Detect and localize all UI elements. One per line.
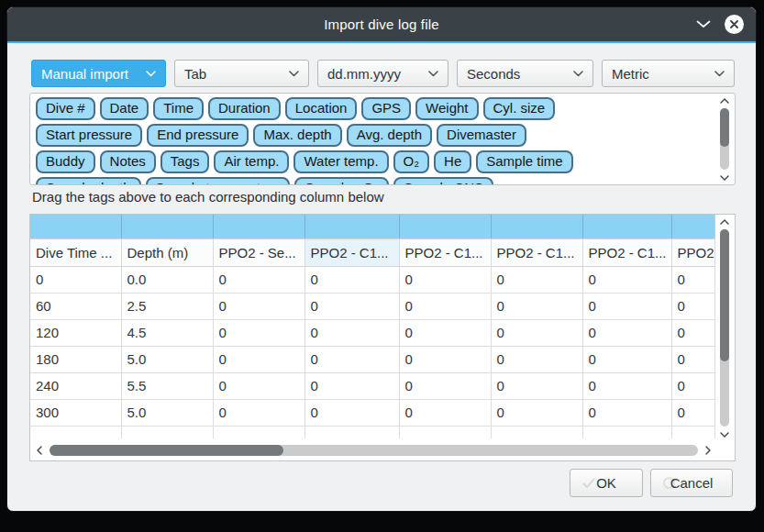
cell[interactable]: 0: [582, 293, 671, 319]
drop-cell[interactable]: [121, 215, 213, 238]
tag-pill[interactable]: Location: [285, 97, 358, 120]
column-header[interactable]: PPO2 - Se...: [213, 238, 304, 266]
cell[interactable]: 0: [304, 293, 399, 319]
cell[interactable]: 0: [491, 399, 582, 426]
table-vertical-scrollbar[interactable]: [717, 217, 732, 438]
cell[interactable]: 0: [582, 372, 671, 399]
shade-window-icon[interactable]: [696, 20, 711, 28]
close-icon[interactable]: [725, 15, 744, 34]
cell[interactable]: 0: [491, 372, 582, 399]
units-select[interactable]: Metric: [602, 60, 735, 87]
scroll-right-icon[interactable]: [703, 446, 714, 455]
cell[interactable]: 0: [582, 319, 671, 346]
cell[interactable]: 5.0: [121, 346, 213, 372]
time-format-select[interactable]: Seconds: [457, 60, 593, 87]
scrollbar-thumb[interactable]: [720, 229, 729, 361]
cell[interactable]: 0: [213, 293, 304, 319]
cell[interactable]: 180: [30, 346, 121, 372]
drop-cell[interactable]: [582, 215, 671, 238]
cell[interactable]: 0: [399, 319, 491, 346]
tag-pill[interactable]: Buddy: [36, 150, 95, 173]
cell[interactable]: 0: [399, 372, 491, 399]
cell[interactable]: 0: [304, 319, 399, 346]
cell[interactable]: 0: [671, 266, 714, 293]
cell[interactable]: 0: [671, 319, 714, 346]
titlebar[interactable]: Import dive log file: [7, 7, 756, 41]
cell[interactable]: 0: [671, 372, 714, 399]
tag-pill[interactable]: Avg. depth: [347, 124, 432, 147]
scrollbar-thumb[interactable]: [720, 108, 729, 147]
cell[interactable]: 0: [213, 319, 304, 346]
drop-cell[interactable]: [30, 215, 121, 238]
cell[interactable]: 0: [671, 293, 714, 319]
cell[interactable]: 0: [304, 346, 399, 372]
scrollbar-track[interactable]: [50, 445, 698, 456]
tag-pill[interactable]: Start pressure: [36, 124, 142, 147]
column-header[interactable]: PPO2 - C1...: [491, 238, 582, 266]
date-format-select[interactable]: dd.mm.yyyy: [317, 60, 448, 87]
cell[interactable]: 0: [213, 346, 304, 372]
cell[interactable]: 0: [213, 266, 304, 293]
scrollbar-thumb[interactable]: [50, 445, 283, 456]
tag-pill[interactable]: Weight: [415, 97, 478, 120]
tag-pill[interactable]: He: [434, 150, 471, 173]
cell[interactable]: 0: [671, 346, 714, 372]
cell[interactable]: 0: [399, 399, 491, 426]
scroll-left-icon[interactable]: [34, 446, 45, 455]
cell[interactable]: 0: [582, 399, 671, 426]
tag-pill[interactable]: Sample time: [476, 150, 572, 173]
cell[interactable]: 60: [30, 293, 121, 319]
cell[interactable]: 0: [30, 266, 121, 293]
scroll-down-icon[interactable]: [720, 173, 729, 182]
column-header[interactable]: Depth (m): [121, 238, 213, 266]
tag-pill[interactable]: Sample CNS: [393, 177, 493, 184]
scrollbar-track[interactable]: [720, 229, 729, 427]
cell[interactable]: 0: [582, 266, 671, 293]
tag-pill[interactable]: Duration: [208, 97, 281, 120]
column-header[interactable]: PPO2 - C1...: [304, 238, 399, 266]
tag-pill[interactable]: Sample temperature: [146, 177, 291, 184]
cell[interactable]: 0: [304, 372, 399, 399]
tag-pill[interactable]: Cyl. size: [483, 97, 556, 120]
tag-pill[interactable]: Divemaster: [437, 124, 526, 147]
drop-cell[interactable]: [671, 215, 714, 238]
drop-cell[interactable]: [399, 215, 491, 238]
cell[interactable]: 0: [399, 266, 491, 293]
cell[interactable]: 0: [399, 293, 491, 319]
tag-pill[interactable]: Time: [153, 97, 204, 120]
cell[interactable]: 4.5: [121, 319, 213, 346]
cell[interactable]: 120: [30, 319, 121, 346]
cell[interactable]: 0: [491, 319, 582, 346]
drop-cell[interactable]: [213, 215, 304, 238]
cell[interactable]: 300: [30, 399, 121, 426]
cell[interactable]: 0: [399, 346, 491, 372]
field-separator-select[interactable]: Tab: [174, 60, 309, 87]
drop-cell[interactable]: [491, 215, 582, 238]
scrollbar-track[interactable]: [720, 108, 729, 170]
column-header[interactable]: PPO2: [671, 238, 714, 266]
cancel-button[interactable]: Cancel: [650, 469, 733, 497]
table-horizontal-scrollbar[interactable]: [34, 442, 714, 459]
cell[interactable]: 0: [491, 293, 582, 319]
cell[interactable]: 0: [213, 372, 304, 399]
tag-pill[interactable]: End pressure: [147, 124, 249, 147]
drop-cell[interactable]: [304, 215, 399, 238]
cell[interactable]: 0: [671, 399, 714, 426]
scroll-up-icon[interactable]: [720, 96, 729, 105]
cell[interactable]: 0: [213, 399, 304, 426]
tag-pill[interactable]: Tags: [161, 150, 210, 173]
cell[interactable]: 0: [491, 346, 582, 372]
tag-pill[interactable]: Sample depth: [36, 177, 141, 184]
cell[interactable]: 5.5: [121, 372, 213, 399]
tag-pill[interactable]: Sample pO₂: [294, 177, 389, 184]
column-header[interactable]: PPO2 - C1...: [399, 238, 491, 266]
tag-pill[interactable]: Water temp.: [293, 150, 388, 173]
tag-pill[interactable]: GPS: [361, 97, 411, 120]
cell[interactable]: 5.0: [121, 399, 213, 426]
cell[interactable]: 0.0: [121, 266, 213, 293]
cell[interactable]: 0: [304, 399, 399, 426]
tag-pill[interactable]: Air temp.: [214, 150, 289, 173]
ok-button[interactable]: OK: [570, 469, 643, 497]
column-header[interactable]: PPO2 - C1...: [582, 238, 671, 266]
tag-pill[interactable]: Date: [100, 97, 149, 120]
